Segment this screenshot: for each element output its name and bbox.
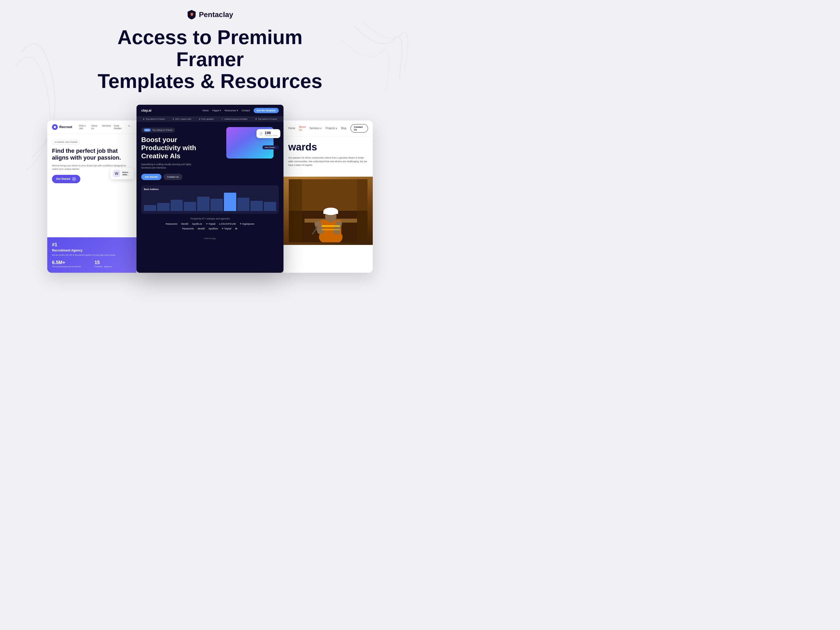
recroot-logo-icon [52, 124, 58, 130]
clay-nav-contact[interactable]: Contact [242, 109, 250, 112]
clay-chart-bar-0 [144, 205, 156, 211]
clay-chart-section: Best Authors [141, 185, 279, 214]
clay-headline: Boost your Productivity with Creative AI… [141, 136, 226, 160]
recroot-cta-button[interactable]: Get Started → [52, 175, 81, 183]
brand[interactable]: Pentaclay [187, 9, 234, 20]
card-right: Home About Us Services∨ Projects∨ Blog C… [284, 120, 373, 273]
right-nav: Home About Us Services∨ Projects∨ Blog C… [284, 120, 373, 136]
right-subtext: Our passion for driver construction stem… [288, 156, 368, 167]
right-nav-contact-button[interactable]: Contact Us [351, 124, 368, 133]
clay-chart-bar-2 [171, 200, 183, 211]
cards-container: Recroot Find a Job About Us Services Cas… [0, 105, 420, 273]
right-nav-links: Home About Us Services∨ Projects∨ Blog [288, 125, 346, 131]
right-nav-projects[interactable]: Projects∨ [325, 127, 337, 129]
card-left-recroot: Recroot Find a Job About Us Services Cas… [47, 120, 136, 273]
clay-logo-toptal2: ✦ Toptal [221, 227, 231, 230]
clay-nav-links: Home Pages ▾ Resources ▾ Contact Get the… [202, 108, 279, 113]
recroot-logo-text: Recroot [59, 125, 72, 129]
stat-item-1: 6.5M+ Tech professionals trust on Recroo… [52, 260, 89, 268]
clay-logos-row-1: Panasonic Nestlé Apollo.io ✦ Toptal LOGO… [141, 223, 279, 225]
clay-chart-bar-7 [237, 198, 249, 211]
recroot-nav-about[interactable]: About Us [91, 125, 99, 129]
stat-value-2: 15 [95, 260, 132, 265]
clay-new-text: Top selling on Framer [152, 129, 172, 131]
stat-rank-label: Recruitment Agency [52, 249, 132, 252]
clay-chart-bar-6 [224, 193, 236, 211]
clay-logos-row-2: Panasonic Nestlé Apolloio ✦ Toptal ⊗› [141, 227, 279, 230]
clay-time-value: 198 [265, 131, 278, 135]
clay-logo[interactable]: clay.ai [141, 108, 152, 112]
clay-get-started-button[interactable]: Get Started [141, 174, 161, 180]
right-nav-blog[interactable]: Blog [341, 127, 346, 129]
recroot-nav-more[interactable]: A... [128, 125, 132, 129]
clay-nav-pages[interactable]: Pages ▾ [212, 109, 221, 112]
clay-banner-item-5: ★Top-rated on Framer [255, 118, 277, 120]
clay-buttons: Get Started Contact Us [141, 174, 226, 180]
card-center-clay: clay.ai Home Pages ▾ Resources ▾ Contact… [136, 105, 284, 273]
clay-banner-item-1: ★Top-rated on Framer [143, 118, 165, 120]
clay-logo-panasonic2: Panasonic [182, 227, 194, 230]
clay-logo-apolloio2: Apolloio [208, 227, 218, 230]
motion-text: Motion ANIM... [122, 171, 129, 176]
clay-contact-button[interactable]: Contact Us [164, 174, 183, 180]
header: Pentaclay Access to Premium Framer Templ… [0, 0, 420, 105]
recroot-headline: Find the perfect job that aligns with yo… [52, 147, 132, 161]
right-headline: wards [288, 142, 368, 153]
clay-hero-area: New Top selling on Framer Boost your Pro… [136, 122, 284, 185]
right-nav-home[interactable]: Home [288, 127, 295, 129]
svg-rect-13 [322, 225, 340, 227]
stat-desc-1: Tech professionals trust on Recroot [52, 265, 89, 268]
clay-logo-logoipsum: LOGOIPSUM [219, 223, 236, 225]
clay-nav: clay.ai Home Pages ▾ Resources ▾ Contact… [136, 105, 284, 116]
right-image-overlay [284, 177, 373, 245]
clay-chart-bar-1 [157, 203, 170, 211]
right-nav-about[interactable]: About Us [299, 125, 306, 131]
clay-chart-bar-3 [184, 202, 196, 211]
hero-title: Access to Premium Framer Templates & Res… [92, 26, 328, 92]
recroot-nav-services[interactable]: Services [102, 125, 111, 129]
recroot-logo[interactable]: Recroot [52, 124, 72, 130]
clay-time-label: CREATED TODAY [265, 135, 278, 136]
clay-chart-bar-5 [210, 199, 223, 211]
clay-logo-extra: ⊗› [235, 227, 238, 230]
clay-nav-cta-button[interactable]: Get the Template [254, 108, 279, 113]
clay-banner-item-3: ●Free updates [199, 118, 214, 120]
clay-nav-resources[interactable]: Resources ▾ [225, 109, 238, 112]
right-construction-image [284, 177, 373, 245]
clay-time-info: 198 CREATED TODAY [265, 131, 278, 136]
clay-logo-logoipsum2: ✦ logoipsum [240, 223, 254, 225]
recroot-nav-case[interactable]: Case Studies [114, 125, 126, 129]
recroot-badge: ULTIMATE JOB FINDER [52, 140, 80, 144]
clay-banner: ★Top-rated on Framer ♥10K+ copies sold ●… [136, 116, 284, 122]
svg-rect-7 [324, 211, 338, 214]
stat-rank-desc: We are world's #01 HR & Recruitment plat… [52, 254, 132, 257]
clay-chart-bar-4 [197, 197, 210, 211]
clay-subtext: Specialising in crafting visually stunni… [141, 163, 194, 170]
clay-nav-home[interactable]: Home [202, 109, 209, 112]
clay-logo-panasonic: Panasonic [166, 223, 177, 225]
clay-chart-bars [144, 193, 276, 211]
worker-svg [289, 179, 368, 242]
recroot-hero: ULTIMATE JOB FINDER Find the perfect job… [47, 134, 136, 188]
stat-value-1: 6.5M+ [52, 260, 89, 265]
recroot-nav-items: Find a Job About Us Services Case Studie… [79, 125, 132, 129]
svg-rect-14 [322, 229, 340, 230]
recroot-stats: #1 Recruitment Agency We are world's #01… [47, 237, 136, 273]
clay-banner-item-4: ✓Lifetime access included [221, 118, 247, 120]
clay-logo-nestle2: Nestlé [198, 227, 205, 230]
right-nav-services[interactable]: Services∨ [309, 127, 322, 129]
clay-view-details-button[interactable]: View Details ··· [262, 145, 279, 149]
clay-logo-apollo: Apollo.io [192, 223, 202, 225]
clay-chart-bar-8 [250, 201, 263, 211]
clay-hero-left: New Top selling on Framer Boost your Pro… [141, 127, 226, 180]
clay-chart-bar-9 [264, 202, 276, 211]
brand-logo-icon [187, 9, 196, 20]
motion-icon: W [113, 170, 120, 177]
recroot-nav-find-job[interactable]: Find a Job [79, 125, 88, 129]
clay-hero-right: 🕐 198 CREATED TODAY View Details ··· [226, 127, 279, 180]
clay-new-badge: New Top selling on Framer [141, 128, 175, 133]
recroot-cta-arrow-icon: → [72, 177, 76, 181]
motion-notification: W Motion ANIM... [110, 168, 134, 179]
stats-row: 6.5M+ Tech professionals trust on Recroo… [52, 260, 132, 268]
recroot-cta-label: Get Started [56, 177, 70, 180]
